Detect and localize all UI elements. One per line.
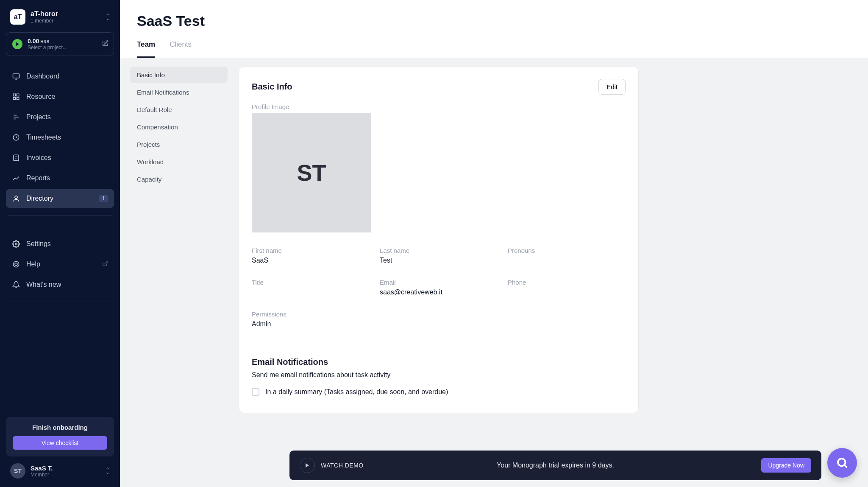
svg-point-10 — [15, 263, 17, 266]
field-pronouns: Pronouns — [508, 247, 626, 264]
timer-project-label: Select a project... — [28, 45, 67, 50]
svg-rect-3 — [13, 98, 15, 100]
search-icon — [836, 456, 849, 469]
subnav-basic-info[interactable]: Basic Info — [130, 67, 228, 83]
onboarding-title: Finish onboarding — [13, 424, 107, 431]
workspace-members: 1 member — [31, 18, 58, 24]
section-subnav: Basic Info Email Notifications Default R… — [130, 67, 228, 413]
edit-button[interactable]: Edit — [598, 79, 626, 95]
chart-icon — [12, 174, 20, 182]
field-title: Title — [252, 279, 370, 296]
checkbox-icon[interactable] — [252, 388, 259, 396]
external-link-icon — [102, 260, 108, 268]
divider — [8, 216, 112, 216]
bars-icon — [12, 113, 20, 121]
svg-rect-2 — [17, 94, 19, 96]
content-body: Basic Info Email Notifications Default R… — [120, 58, 868, 464]
watch-demo-link[interactable]: WATCH DEMO — [321, 462, 364, 469]
checkbox-label: In a daily summary (Tasks assigned, due … — [265, 388, 448, 396]
primary-nav: Dashboard Resource Projects Timesheets I… — [6, 67, 114, 208]
nav-projects[interactable]: Projects — [6, 108, 114, 126]
bell-icon — [12, 281, 20, 288]
section-basic-info: Basic Info Edit Profile Image ST First n… — [239, 67, 638, 345]
trial-bar: WATCH DEMO Your Monograph trial expires … — [289, 451, 821, 480]
clock-icon — [12, 134, 20, 141]
svg-rect-4 — [17, 98, 19, 100]
nav-badge: 1 — [99, 195, 108, 202]
invoice-icon — [12, 154, 20, 162]
profile-card: Basic Info Edit Profile Image ST First n… — [239, 67, 639, 413]
nav-whatsnew[interactable]: What's new — [6, 275, 114, 294]
play-outline-icon[interactable] — [300, 458, 315, 473]
play-icon[interactable] — [12, 39, 22, 49]
subnav-compensation[interactable]: Compensation — [130, 119, 228, 135]
nav-label: Resource — [26, 93, 55, 101]
sidebar: aT aT-horor 1 member ⌃⌄ 0.00HRS Select a… — [0, 0, 120, 487]
nav-invoices[interactable]: Invoices — [6, 148, 114, 167]
user-menu[interactable]: ST SaaS T. Member ⌃⌄ — [6, 456, 114, 481]
nav-resource[interactable]: Resource — [6, 87, 114, 106]
subnav-workload[interactable]: Workload — [130, 154, 228, 170]
workspace-switcher[interactable]: aT aT-horor 1 member ⌃⌄ — [6, 0, 114, 32]
subnav-capacity[interactable]: Capacity — [130, 171, 228, 188]
section-subtitle: Send me email notifications about task a… — [252, 371, 626, 379]
nav-settings[interactable]: Settings — [6, 235, 114, 253]
user-name: SaaS T. — [31, 465, 53, 472]
avatar: ST — [10, 463, 25, 479]
nav-reports[interactable]: Reports — [6, 169, 114, 188]
section-title: Basic Info — [252, 82, 292, 92]
profile-image-placeholder: ST — [252, 113, 371, 232]
section-email-notifications: Email Notifications Send me email notifi… — [239, 345, 638, 413]
user-role: Member — [31, 472, 53, 478]
workspace-badge: aT — [10, 9, 25, 25]
nav-dashboard[interactable]: Dashboard — [6, 67, 114, 86]
nav-timesheets[interactable]: Timesheets — [6, 128, 114, 147]
field-first-name: First name SaaS — [252, 247, 370, 264]
field-last-name: Last name Test — [380, 247, 498, 264]
notif-daily-summary[interactable]: In a daily summary (Tasks assigned, due … — [252, 388, 626, 396]
header: SaaS Test Team Clients — [120, 0, 868, 58]
person-icon — [12, 195, 20, 202]
search-fab[interactable] — [827, 448, 857, 478]
grid-icon — [12, 93, 20, 101]
profile-image-label: Profile Image — [252, 103, 626, 110]
help-icon — [12, 260, 20, 268]
tabs: Team Clients — [137, 40, 851, 58]
field-permissions: Permissions Admin — [252, 311, 370, 328]
view-checklist-button[interactable]: View checklist — [13, 436, 107, 450]
section-title: Email Notifications — [252, 357, 626, 367]
divider — [8, 302, 112, 302]
chevron-updown-icon: ⌃⌄ — [106, 468, 110, 473]
svg-rect-1 — [13, 94, 15, 96]
nav-label: Reports — [26, 174, 50, 182]
nav-directory[interactable]: Directory 1 — [6, 189, 114, 208]
chevron-updown-icon: ⌃⌄ — [106, 14, 110, 20]
nav-label: Projects — [26, 113, 51, 121]
field-phone: Phone — [508, 279, 626, 296]
timer-widget[interactable]: 0.00HRS Select a project... — [6, 32, 114, 56]
nav-label: Help — [26, 260, 40, 268]
svg-point-11 — [838, 459, 846, 466]
workspace-name: aT-horor — [31, 10, 58, 18]
subnav-default-role[interactable]: Default Role — [130, 101, 228, 118]
secondary-nav: Settings Help What's new — [6, 235, 114, 294]
nav-label: Settings — [26, 240, 51, 248]
upgrade-button[interactable]: Upgrade Now — [761, 458, 811, 473]
nav-label: Timesheets — [26, 134, 61, 141]
page-title: SaaS Test — [137, 13, 851, 29]
nav-label: Dashboard — [26, 73, 59, 80]
tab-clients[interactable]: Clients — [170, 40, 192, 58]
timer-hours: 0.00HRS — [28, 38, 67, 45]
nav-label: Invoices — [26, 154, 51, 162]
subnav-email-notifications[interactable]: Email Notifications — [130, 84, 228, 101]
tab-team[interactable]: Team — [137, 40, 155, 58]
main: SaaS Test Team Clients Basic Info Email … — [120, 0, 868, 487]
subnav-projects[interactable]: Projects — [130, 136, 228, 153]
edit-icon[interactable] — [102, 40, 108, 48]
nav-label: Directory — [26, 195, 53, 202]
onboarding-card: Finish onboarding View checklist — [6, 417, 114, 456]
gear-icon — [12, 240, 20, 248]
nav-label: What's new — [26, 281, 61, 288]
nav-help[interactable]: Help — [6, 255, 114, 274]
field-email: Email saas@creativeweb.it — [380, 279, 498, 296]
